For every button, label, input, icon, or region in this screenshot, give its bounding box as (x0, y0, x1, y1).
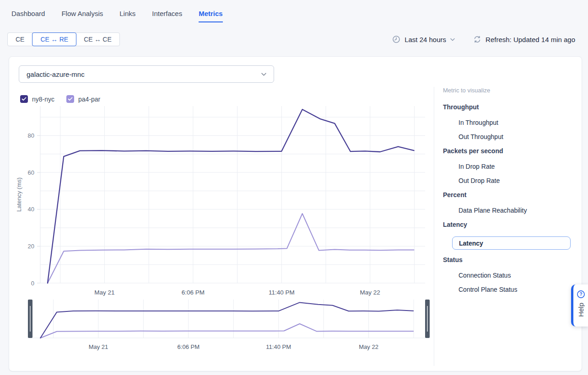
legend-label: pa4-par (78, 96, 100, 103)
scope-option-ce[interactable]: CE (8, 33, 32, 46)
overview-series-ny8-nyc-line (40, 302, 413, 338)
series-legend: ny8-nyc pa4-par (20, 95, 100, 103)
svg-text:20: 20 (28, 243, 34, 250)
svg-text:May 21: May 21 (89, 343, 108, 350)
legend-checkbox-ny8-nyc[interactable] (20, 95, 28, 103)
tab-dashboard[interactable]: Dashboard (11, 10, 45, 22)
legend-item-ny8-nyc: ny8-nyc (20, 95, 54, 103)
metric-group-latency: Latency Latency (443, 221, 580, 250)
svg-text:May 22: May 22 (360, 289, 380, 296)
svg-text:40: 40 (28, 206, 34, 213)
sidebar-title: Metric to visualize (443, 87, 580, 94)
tab-metrics[interactable]: Metrics (199, 10, 223, 22)
metric-group-status: Status Connection Status Control Plane S… (443, 256, 580, 293)
svg-text:May 21: May 21 (94, 289, 114, 296)
tab-flow-analysis[interactable]: Flow Analysis (61, 10, 103, 22)
metrics-page: Dashboard Flow Analysis Links Interfaces… (0, 0, 588, 375)
scope-toggle-group: CE CE ↔ RE CE ↔ CE (7, 32, 120, 46)
metric-item-in-drop-rate[interactable]: In Drop Rate (443, 163, 580, 170)
chevron-down-icon (450, 38, 455, 41)
metric-group-header: Packets per second (443, 147, 580, 155)
tab-interfaces[interactable]: Interfaces (152, 10, 182, 22)
metric-group-percent: Percent Data Plane Reachability (443, 191, 580, 214)
metric-item-latency-selected[interactable]: Latency (452, 236, 571, 250)
metric-item-control-plane-status[interactable]: Control Plane Status (443, 286, 580, 293)
latency-chart: 020406080May 216:06 PM11:40 PMMay 22Late… (13, 102, 434, 306)
device-select[interactable]: galactic-azure-mnc (19, 65, 274, 83)
legend-item-pa4-par: pa4-par (66, 95, 100, 103)
time-range-dropdown[interactable]: Last 24 hours (392, 35, 455, 43)
help-label: Help (577, 303, 585, 317)
metric-group-header: Percent (443, 191, 580, 198)
help-button[interactable]: ? Help (571, 284, 588, 327)
metric-group-header: Throughput (443, 103, 580, 111)
overview-series-pa4-par-line (40, 324, 413, 338)
series-pa4-par-line (48, 214, 414, 283)
time-range-label: Last 24 hours (405, 36, 446, 43)
clock-icon (392, 35, 400, 43)
svg-text:11:40 PM: 11:40 PM (266, 343, 291, 350)
svg-text:0: 0 (31, 280, 34, 287)
metric-group-header: Latency (443, 221, 580, 228)
metric-group-header: Status (443, 256, 580, 263)
metric-group-throughput: Throughput In Throughput Out Throughput (443, 103, 580, 140)
chevron-down-icon (261, 73, 266, 76)
refresh-button[interactable]: Refresh: Updated 14 min ago (473, 35, 575, 43)
device-select-value: galactic-azure-mnc (27, 70, 85, 78)
legend-checkbox-pa4-par[interactable] (66, 95, 74, 103)
refresh-icon (473, 35, 481, 43)
svg-text:?: ? (579, 292, 582, 297)
sidebar-divider (434, 87, 434, 366)
metric-item-out-drop-rate[interactable]: Out Drop Rate (443, 177, 580, 184)
legend-label: ny8-nyc (32, 96, 54, 103)
svg-text:May 22: May 22 (359, 343, 378, 350)
latency-overview-chart: May 216:06 PM11:40 PMMay 22 (13, 296, 434, 355)
scope-option-ce-ce[interactable]: CE ↔ CE (76, 33, 119, 46)
svg-text:11:40 PM: 11:40 PM (269, 289, 295, 296)
refresh-status-label: Refresh: Updated 14 min ago (486, 36, 575, 43)
top-nav: Dashboard Flow Analysis Links Interfaces… (11, 10, 223, 22)
svg-text:80: 80 (28, 132, 34, 139)
svg-text:60: 60 (28, 169, 34, 176)
metric-item-in-throughput[interactable]: In Throughput (443, 119, 580, 126)
toolbar-right: Last 24 hours Refresh: Updated 14 min ag… (392, 32, 575, 46)
scope-option-ce-re[interactable]: CE ↔ RE (32, 32, 76, 46)
metric-sidebar: Metric to visualize Throughput In Throug… (443, 87, 580, 300)
metric-item-out-throughput[interactable]: Out Throughput (443, 133, 580, 140)
metric-group-pps: Packets per second In Drop Rate Out Drop… (443, 147, 580, 184)
svg-text:6:06 PM: 6:06 PM (178, 343, 200, 350)
question-mark-icon: ? (577, 290, 585, 299)
metric-item-connection-status[interactable]: Connection Status (443, 272, 580, 279)
metric-item-data-plane-reachability[interactable]: Data Plane Reachability (443, 207, 580, 214)
svg-text:6:06 PM: 6:06 PM (182, 289, 205, 296)
svg-text:Latency (ms): Latency (ms) (16, 177, 22, 212)
metrics-card: galactic-azure-mnc ny8-nyc pa4-par 02040… (9, 56, 582, 371)
tab-links[interactable]: Links (119, 10, 135, 22)
